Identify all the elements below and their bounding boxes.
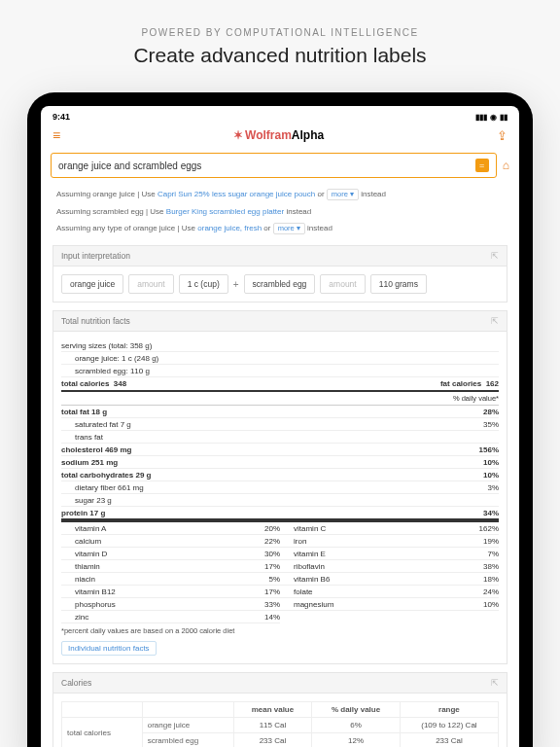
share-icon[interactable]: ⇪ <box>497 128 508 143</box>
calories-table: mean value % daily value range total cal… <box>61 701 499 747</box>
section-header-calories: Calories ⇱ <box>52 672 508 694</box>
app-title: ✶WolframAlpha <box>233 128 324 142</box>
more-button[interactable]: more ▾ <box>273 223 305 234</box>
status-icons: ▮▮▮◉▮▮ <box>472 112 508 122</box>
status-time: 9:41 <box>52 112 70 122</box>
section-header-nutrition: Total nutrition facts ⇱ <box>52 310 508 332</box>
chip: 1 c (cup) <box>179 274 228 294</box>
app-bar: ≡ ✶WolframAlpha ⇪ <box>41 124 519 151</box>
search-submit-button[interactable]: = <box>475 159 489 172</box>
assumption-row: Assuming any type of orange juice | Use … <box>52 220 508 237</box>
assumption-link[interactable]: Burger King scrambled egg platter <box>166 207 284 216</box>
status-bar: 9:41 ▮▮▮◉▮▮ <box>41 106 519 124</box>
chip: orange juice <box>61 274 123 294</box>
assumption-row: Assuming scrambled egg | Use Burger King… <box>52 203 508 220</box>
logo-icon: ✶ <box>233 128 243 142</box>
menu-icon[interactable]: ≡ <box>52 127 60 143</box>
promo-header: POWERED BY COMPUTATIONAL INTELLIGENCE Cr… <box>0 0 560 83</box>
section-body-input: orange juice amount 1 c (cup) + scramble… <box>52 267 508 302</box>
promo-title: Create advanced nutrition labels <box>0 44 560 67</box>
plus-icon: + <box>233 279 239 290</box>
chip: scrambled egg <box>244 274 316 294</box>
screen: 9:41 ▮▮▮◉▮▮ ≡ ✶WolframAlpha ⇪ orange jui… <box>41 106 519 747</box>
chip: 110 grams <box>370 274 427 294</box>
tablet-frame: 9:41 ▮▮▮◉▮▮ ≡ ✶WolframAlpha ⇪ orange jui… <box>27 92 533 747</box>
search-row: orange juice and scrambled eggs = ⌂ <box>41 151 519 186</box>
link-icon[interactable]: ⇱ <box>491 678 499 688</box>
chip: amount <box>128 274 173 294</box>
assumption-link[interactable]: Capri Sun 25% less sugar orange juice po… <box>158 190 315 198</box>
individual-facts-button[interactable]: Individual nutrition facts <box>61 641 157 656</box>
link-icon[interactable]: ⇱ <box>491 251 499 261</box>
chip: amount <box>320 274 365 294</box>
more-button[interactable]: more ▾ <box>327 189 359 200</box>
section-body-nutrition: serving sizes (total: 358 g) orange juic… <box>52 332 508 664</box>
promo-subtitle: POWERED BY COMPUTATIONAL INTELLIGENCE <box>0 27 560 38</box>
section-header-input: Input interpretation ⇱ <box>52 245 508 267</box>
signal-icon: ▮▮▮ <box>475 113 487 122</box>
search-input[interactable]: orange juice and scrambled eggs = <box>51 153 497 178</box>
assumption-row: Assuming orange juice | Use Capri Sun 25… <box>52 186 508 203</box>
wifi-icon: ◉ <box>490 113 497 122</box>
camera-icon[interactable]: ⌂ <box>503 159 509 172</box>
section-body-calories: mean value % daily value range total cal… <box>52 694 508 747</box>
link-icon[interactable]: ⇱ <box>491 316 499 326</box>
battery-icon: ▮▮ <box>500 113 508 122</box>
assumption-link[interactable]: orange juice, fresh <box>197 224 262 232</box>
search-text: orange juice and scrambled eggs <box>58 160 475 171</box>
